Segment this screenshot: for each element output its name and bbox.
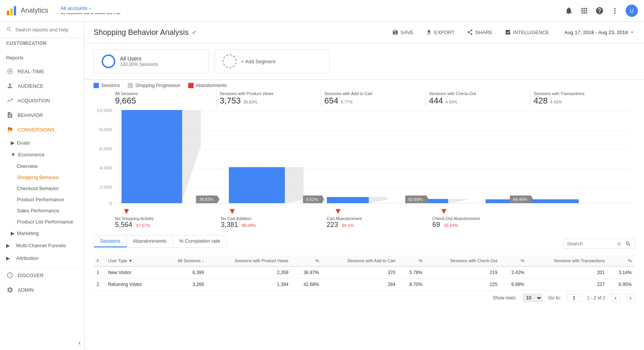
sidebar-item-overview[interactable]: Overview <box>17 161 84 172</box>
sidebar-item-sales-performance[interactable]: Sales Performance <box>17 205 84 216</box>
goals-header[interactable]: ▶ Goals <box>11 137 84 149</box>
tab-sessions[interactable]: Sessions <box>94 235 127 247</box>
sidebar-item-audience[interactable]: AUDIENCE <box>0 79 84 93</box>
sidebar-item-product-performance[interactable]: Product Performance <box>17 194 84 205</box>
tab-completion-rate[interactable]: % Completion rate <box>173 235 226 247</box>
sidebar-item-product-list-performance[interactable]: Product List Performance <box>17 216 84 227</box>
svg-rect-1 <box>10 8 13 15</box>
row-1-t-pct: 3.14% <box>608 266 635 279</box>
multichannel-chevron-icon: ▶ <box>6 243 10 248</box>
funnel-col-2-header: Sessions with Add to Cart 654 6.77% <box>321 90 426 107</box>
legend-shopping-progression: Shopping Progression <box>128 83 181 88</box>
table-body: 1 New Visitor 6,399 2,359 36.87% 370 5.7… <box>94 266 635 291</box>
reports-section: Reports REAL-TIME AUDIENCE <box>0 48 84 268</box>
sidebar-item-realtime[interactable]: REAL-TIME <box>0 64 84 79</box>
user-avatar[interactable]: U <box>626 5 638 17</box>
row-2-checkout: 225 <box>426 279 501 291</box>
sidebar-item-conversions[interactable]: CONVERSIONS <box>0 122 84 137</box>
sidebar-search-container[interactable] <box>0 21 84 38</box>
discover-icon <box>6 271 14 279</box>
page-info: 1 - 2 of 2 <box>587 295 605 301</box>
col-pv-pct: % <box>292 255 322 266</box>
collapse-sidebar-btn[interactable]: ‹ <box>0 335 84 350</box>
content-header: Shopping Behavior Analysis ✓ SAVE EXPORT… <box>84 21 644 43</box>
abandon-0: ▼ No Shopping Activity 5,564 57.57% <box>112 206 218 229</box>
sidebar-item-multichannel[interactable]: ▶ Multi-Channel Funnels <box>0 239 84 252</box>
col-user-type[interactable]: User Type ▼ <box>105 255 161 266</box>
add-segment-circle <box>223 54 237 68</box>
marketing-header[interactable]: ▶ Marketing <box>11 227 84 239</box>
analytics-logo-icon <box>6 5 17 16</box>
funnel-chart-container: All Sessions 9,665 Sessions with Product… <box>84 90 644 229</box>
attribution-chevron-icon: ▶ <box>6 255 10 261</box>
sidebar-item-discover[interactable]: DISCOVER <box>0 268 84 283</box>
prev-page-button[interactable]: ‹ <box>611 294 620 302</box>
notifications-icon[interactable] <box>564 6 573 15</box>
funnel-svg: 10,000 8,000 6,000 4,000 2,000 0 <box>94 107 635 207</box>
sidebar-item-admin[interactable]: ADMIN <box>0 283 84 297</box>
search-input[interactable] <box>15 27 78 33</box>
sidebar-item-attribution[interactable]: ▶ Attribution <box>0 252 84 265</box>
svg-rect-2 <box>14 6 16 15</box>
row-2-pv-pct: 42.68% <box>292 279 322 291</box>
tab-abandonments[interactable]: Abandonments <box>127 235 173 247</box>
svg-text:2,000: 2,000 <box>99 185 112 190</box>
all-accounts-link[interactable]: All accounts › <box>61 5 120 11</box>
sidebar-item-checkout-behavior[interactable]: Checkout Behavior <box>17 183 84 194</box>
verified-icon: ✓ <box>192 29 197 36</box>
col-product-views: Sessions with Product Views <box>207 255 291 266</box>
table-search-container[interactable] <box>564 239 635 249</box>
funnel-col-0-header: All Sessions 9,665 <box>112 90 216 107</box>
segment-info: All Users 100.00% Sessions <box>120 56 158 67</box>
ecommerce-header[interactable]: ▼ Ecommerce <box>11 149 84 161</box>
more-vert-icon[interactable] <box>610 6 619 15</box>
funnel-arrow-labels: 38.83% 9.62% 62.69% <box>94 196 635 203</box>
add-segment-card[interactable]: + Add Segment <box>215 49 330 73</box>
share-button[interactable]: SHARE <box>464 28 496 37</box>
realtime-icon <box>6 67 14 75</box>
sidebar-item-behavior[interactable]: BEHAVIOR <box>0 108 84 122</box>
row-1-all-sessions: 6,399 <box>161 266 207 279</box>
legend-abandonments: Abandonments <box>188 83 227 88</box>
save-button[interactable]: SAVE <box>389 28 417 37</box>
funnel-col-3-header: Sessions with Check-Out 444 4.59% <box>426 90 530 107</box>
intelligence-button[interactable]: INTELLIGENCE <box>502 28 552 37</box>
marketing-chevron-icon: ▶ <box>11 230 15 236</box>
legend-sessions-box <box>94 83 99 88</box>
row-1-co-pct: 3.42% <box>501 266 527 279</box>
row-2-co-pct: 6.89% <box>501 279 527 291</box>
chart-legend: Sessions Shopping Progression Abandonmen… <box>84 80 644 90</box>
row-1-add-cart: 370 <box>322 266 398 279</box>
topbar-right-actions: U <box>564 5 638 17</box>
main-layout: CUSTOMIZATION Reports REAL-TIME AUDIENCE <box>0 21 644 350</box>
help-icon[interactable] <box>595 6 604 15</box>
row-1-product-views: 2,359 <box>207 266 291 279</box>
table-search-input[interactable] <box>567 241 613 246</box>
col-all-sessions[interactable]: All Sessions ↓ <box>161 255 207 266</box>
sidebar-item-acquisition[interactable]: ACQUISITION <box>0 93 84 108</box>
acquisition-icon <box>6 97 14 104</box>
next-page-button[interactable]: › <box>626 294 635 302</box>
table-row: 1 New Visitor 6,399 2,359 36.87% 370 5.7… <box>94 266 635 279</box>
date-range-picker[interactable]: Aug 17, 2018 - Aug 23, 2018 <box>564 30 635 35</box>
page-input[interactable] <box>567 294 581 302</box>
conversions-icon <box>6 126 14 133</box>
table-search-icon[interactable] <box>625 241 631 247</box>
row-2-add-cart: 284 <box>322 279 398 291</box>
export-button[interactable]: EXPORT <box>423 28 458 37</box>
primary-segment-card: All Users 100.00% Sessions <box>94 49 209 73</box>
rows-select[interactable]: 10 25 50 100 <box>523 294 542 302</box>
legend-sessions: Sessions <box>94 83 120 88</box>
header-actions: SAVE EXPORT SHARE INTELLIGENCE Aug 17, 2… <box>389 28 635 37</box>
funnel-column-headers: All Sessions 9,665 Sessions with Product… <box>94 90 635 107</box>
admin-icon <box>6 286 14 294</box>
app-logo: Analytics <box>6 5 48 16</box>
funnel-col-4-header: Sessions with Transactions 428 4.43% <box>530 90 635 107</box>
abandonment-row: ▼ No Shopping Activity 5,564 57.57% ▼ No… <box>94 206 635 229</box>
apps-icon[interactable] <box>580 6 589 15</box>
sidebar-item-shopping-behavior[interactable]: Shopping Behavior <box>17 172 84 183</box>
row-1-ac-pct: 5.78% <box>398 266 425 279</box>
svg-rect-17 <box>122 110 182 203</box>
table-search-clear-icon[interactable] <box>616 241 622 247</box>
abandon-2: ▼ Cart Abandonment 223 34.1% <box>324 206 429 229</box>
